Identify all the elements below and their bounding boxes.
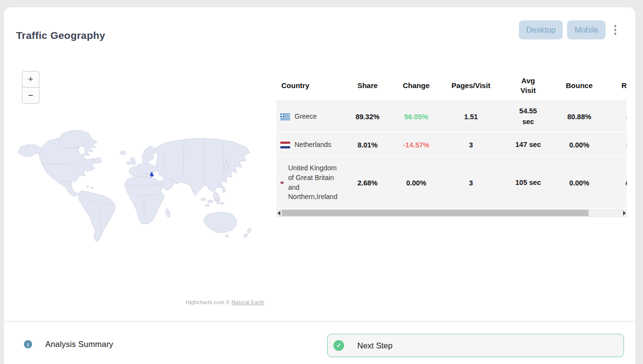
header-actions: Desktop Mobile <box>519 20 620 39</box>
footer-divider <box>4 321 635 322</box>
bounce-cell: 0.00% <box>555 179 604 187</box>
rank-cell: #1, <box>604 179 627 187</box>
info-icon: i <box>24 340 32 348</box>
country-name: United Kingdom of Great Britain and Nort… <box>288 164 343 202</box>
analysis-summary: i Analysis Summary <box>24 340 113 349</box>
uk-flag-icon <box>280 182 284 184</box>
next-step-box[interactable]: ✓ Next Step <box>327 334 624 357</box>
desktop-toggle-button[interactable]: Desktop <box>519 20 563 39</box>
mobile-toggle-button[interactable]: Mobile <box>567 20 606 39</box>
next-step-label: Next Step <box>357 341 392 350</box>
table-header-row: Country Share Change Pages/Visit Avg Vis… <box>276 71 627 101</box>
traffic-table: Country Share Change Pages/Visit Avg Vis… <box>276 71 627 209</box>
bounce-cell: 0.00% <box>555 141 604 149</box>
table-row[interactable]: United Kingdom of Great Britain and Nort… <box>276 158 627 209</box>
col-header-pages-visit: Pages/Visit <box>441 81 501 91</box>
country-cell: Netherlands <box>276 140 343 150</box>
highcharts-credit: Highcharts.com © <box>186 299 232 305</box>
avg-visit-cell: 147 sec <box>501 140 555 150</box>
map-attribution: Highcharts.com © Natural Earth <box>14 299 264 305</box>
col-header-change: Change <box>392 81 441 91</box>
map-highlight-greece <box>150 172 154 178</box>
col-header-share: Share <box>343 81 392 91</box>
pages-visit-cell: 3 <box>441 179 501 187</box>
col-header-bounce: Bounce <box>555 81 604 91</box>
page-title: Traffic Geography <box>16 30 105 41</box>
share-cell: 8.01% <box>343 141 392 149</box>
map-zoom-out-button[interactable]: − <box>22 87 39 104</box>
col-header-rank: Rank <box>604 81 627 91</box>
avg-visit-cell: 54.55 sec <box>501 106 555 127</box>
share-cell: 2.68% <box>343 179 392 187</box>
scroll-right-arrow-icon[interactable] <box>623 211 626 216</box>
kebab-menu-icon[interactable] <box>611 23 620 37</box>
netherlands-flag-icon <box>280 142 290 148</box>
analysis-summary-label: Analysis Summary <box>45 340 113 349</box>
traffic-geography-card: Traffic Geography Desktop Mobile + − <box>4 7 635 364</box>
country-name: Greece <box>294 112 317 122</box>
country-cell: United Kingdom of Great Britain and Nort… <box>276 164 343 202</box>
change-cell: 56.05% <box>392 113 441 121</box>
rank-cell: #6 <box>604 141 627 149</box>
check-icon: ✓ <box>333 340 344 351</box>
col-header-avg-visit: Avg Visit <box>501 76 555 96</box>
table-horizontal-scrollbar[interactable] <box>276 209 627 217</box>
table-row[interactable]: Greece 89.32% 56.05% 1.51 54.55 sec 80.8… <box>276 101 627 133</box>
pages-visit-cell: 1.51 <box>441 113 501 121</box>
share-cell: 89.32% <box>343 113 392 121</box>
map-zoom-in-button[interactable]: + <box>22 71 39 88</box>
natural-earth-link[interactable]: Natural Earth <box>232 299 264 305</box>
greece-flag-icon <box>280 113 290 120</box>
scrollbar-thumb[interactable] <box>282 210 588 216</box>
country-name: Netherlands <box>294 140 331 150</box>
change-cell: -14.57% <box>392 141 441 149</box>
col-header-country: Country <box>276 81 343 91</box>
table-row[interactable]: Netherlands 8.01% -14.57% 3 147 sec 0.00… <box>276 133 627 158</box>
bounce-cell: 80.88% <box>555 113 604 121</box>
avg-visit-cell: 105 sec <box>501 178 555 188</box>
rank-cell: #6 <box>604 113 627 121</box>
change-cell: 0.00% <box>392 179 441 187</box>
world-map[interactable] <box>14 123 267 244</box>
scroll-left-arrow-icon[interactable] <box>277 211 280 216</box>
pages-visit-cell: 3 <box>441 141 501 149</box>
map-zoom-controls: + − <box>22 71 39 104</box>
country-cell: Greece <box>276 112 343 122</box>
